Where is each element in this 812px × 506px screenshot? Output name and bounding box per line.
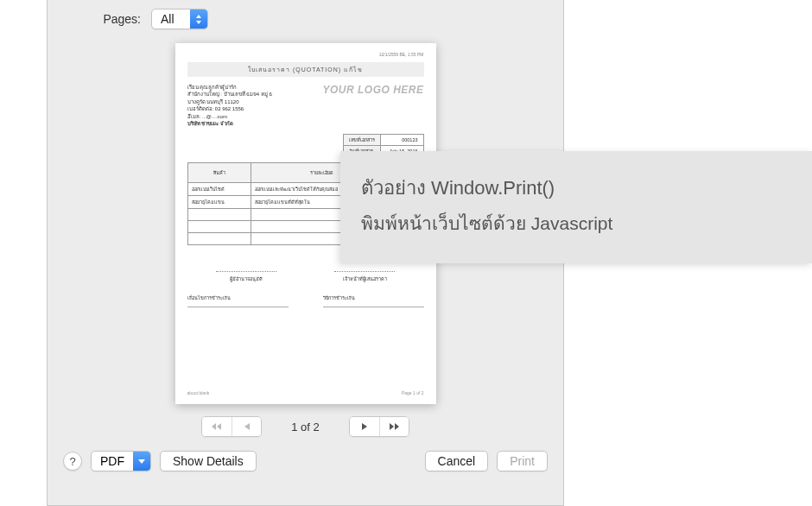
help-button[interactable]: ? (63, 452, 82, 471)
pager-forward-group (349, 416, 409, 437)
pager: 1 of 2 (201, 416, 409, 437)
pager-back-group (201, 416, 262, 437)
help-icon: ? (69, 455, 75, 468)
doc-footer: about:blank Page 1 of 2 (187, 390, 424, 395)
chevron-double-right-icon (389, 422, 399, 431)
pdf-button-label: PDF (92, 452, 133, 471)
caption-line-2: พิมพ์หน้าเว็บไซต์ด้วย Javascript (361, 206, 791, 241)
signature-area: ผู้มีอำนาจอนุมัติ เจ้าหน้าที่ผู้เสนอราคา (187, 271, 424, 282)
updown-icon (190, 9, 207, 28)
chevron-down-icon (133, 452, 150, 471)
bottom-bar: ? PDF Show Details Cancel Print (48, 437, 563, 485)
print-button[interactable]: Print (497, 451, 548, 471)
pages-label: Pages: (65, 12, 141, 26)
customer-block: เรียน คุณลูกค้าผู้น่ารัก สำนักงานใหญ่ : … (187, 84, 272, 127)
pages-select[interactable]: All (151, 9, 208, 29)
pages-row: Pages: All (48, 0, 563, 36)
doc-title: ใบเสนอราคา (QUOTATION) แก้ไข (187, 62, 424, 77)
caption-line-1: ตัวอย่าง Window.Print() (361, 170, 791, 206)
prev-page-button[interactable] (232, 417, 261, 436)
show-details-button[interactable]: Show Details (160, 451, 257, 471)
cancel-button[interactable]: Cancel (425, 451, 489, 471)
chevron-right-icon (361, 422, 368, 431)
next-page-button[interactable] (350, 417, 379, 436)
pdf-menu-button[interactable]: PDF (91, 451, 151, 471)
doc-meta: 12/1/2559 BE, 1:55 PM (379, 52, 424, 57)
last-page-button[interactable] (379, 417, 409, 436)
pager-text: 1 of 2 (267, 421, 344, 433)
first-page-button[interactable] (202, 417, 232, 436)
chevron-double-left-icon (212, 422, 222, 431)
logo-placeholder: YOUR LOGO HERE (322, 84, 423, 127)
terms-area: เงื่อนไขการชำระเงิน วิธีการชำระเงิน (187, 294, 424, 307)
caption-overlay: ตัวอย่าง Window.Print() พิมพ์หน้าเว็บไซต… (340, 151, 812, 263)
doc-header-row: เรียน คุณลูกค้าผู้น่ารัก สำนักงานใหญ่ : … (187, 84, 424, 127)
pages-select-value: All (152, 9, 190, 28)
chevron-left-icon (244, 422, 251, 431)
